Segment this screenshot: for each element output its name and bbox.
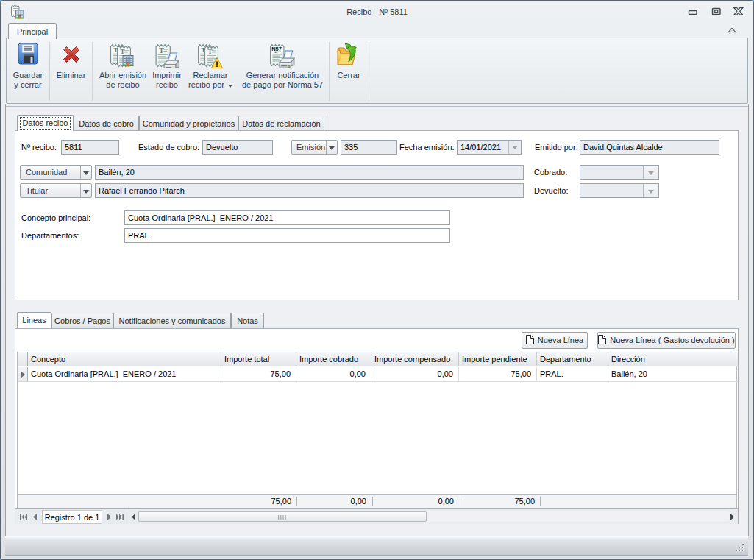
svg-text:N57: N57 xyxy=(271,46,282,52)
